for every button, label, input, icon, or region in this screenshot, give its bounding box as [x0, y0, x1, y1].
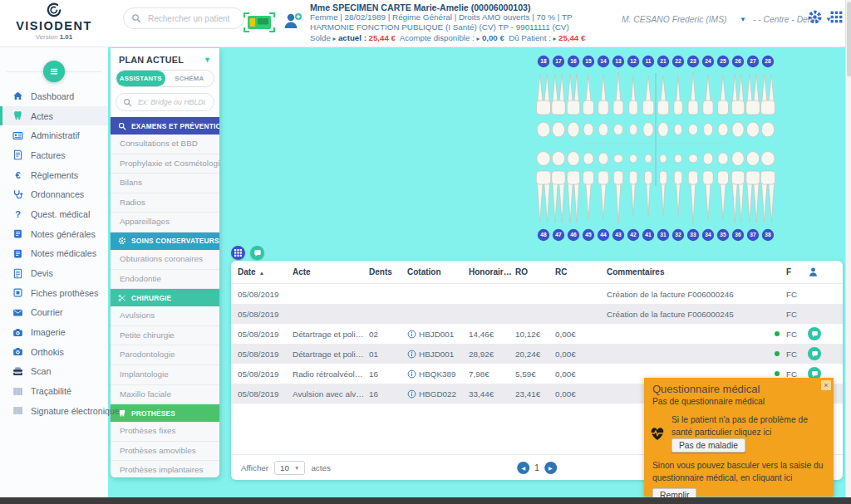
arrow-icon: ▸ [332, 35, 336, 42]
sidebar-item-factures[interactable]: Factures [0, 145, 108, 165]
patient-summary: Mme SPECIMEN CARTE Marie-Amelie (0000600… [310, 2, 605, 44]
col-commentaires[interactable]: Commentaires [607, 267, 775, 276]
col-honoraires[interactable]: Honoraires [469, 267, 515, 276]
settings-gear-icon[interactable] [807, 9, 823, 25]
svg-text:26: 26 [735, 58, 741, 64]
search-input[interactable] [146, 13, 236, 24]
cell-dents: 02 [369, 330, 407, 339]
col-f[interactable]: F [786, 267, 808, 276]
sidebar-item-notes-g-n-rales[interactable]: Notes générales [0, 224, 108, 244]
act-category-item[interactable]: Maxillo faciale [111, 385, 219, 405]
col-cotation[interactable]: Cotation [407, 267, 469, 276]
sidebar-item-courrier[interactable]: Courrier [0, 303, 108, 323]
svg-text:37: 37 [750, 232, 756, 237]
sidebar-item-imagerie[interactable]: Imagerie [0, 322, 108, 342]
du-patient-value: 25,44 € [558, 33, 585, 42]
note-icon [12, 248, 23, 259]
chevron-down-icon[interactable]: ▼ [204, 56, 211, 64]
pas-de-maladie-button[interactable]: Pas de maladie [671, 438, 745, 453]
svg-text:15: 15 [585, 58, 592, 64]
sidebar-item-quest-m-dical[interactable]: ?Quest. médical [0, 204, 108, 224]
patient-balance-line: Solde ▸ actuel : 25,44 € Acompte disponi… [310, 32, 605, 44]
act-category-item[interactable]: Endodontie [111, 270, 219, 290]
act-category-item[interactable]: Petite chirurgie [111, 326, 219, 346]
category-header-chirurgie[interactable]: CHIRURGIE [111, 289, 219, 306]
patient-search[interactable] [123, 7, 244, 29]
sidebar-item-notes-m-dicales[interactable]: Notes médicales [0, 244, 108, 264]
sidebar-item-tra-abilit-[interactable]: Traçabilité [0, 381, 108, 401]
act-category-item[interactable]: Prophylaxie et Cosmétologie [111, 154, 219, 174]
col-dents[interactable]: Dents [369, 267, 407, 276]
act-category-item[interactable]: Appareillages [111, 213, 219, 232]
comments-button[interactable] [250, 246, 264, 260]
cell-date: 05/08/2019 [238, 290, 293, 299]
act-category-item[interactable]: Obturations coronaires [111, 250, 219, 270]
sidebar-item-devis[interactable]: Devis [0, 263, 108, 283]
sidebar-item-dashboard[interactable]: Dashboard [0, 86, 108, 106]
category-header-soins-conservateurs[interactable]: SOINS CONSERVATEURS [111, 232, 219, 250]
act-category-item[interactable]: Prothèses fixes [111, 422, 219, 442]
prev-page-button[interactable]: ◀ [517, 462, 529, 474]
table-row[interactable]: 05/08/2019Création de la facture F006000… [231, 284, 843, 304]
doc-icon [12, 268, 23, 279]
category-header-examens-et-pr-vention[interactable]: EXAMENS ET PRÉVENTION [111, 117, 219, 135]
sidebar-item-fiches-proth-ses[interactable]: Fiches prothèses [0, 283, 108, 303]
col-acte[interactable]: Acte [293, 267, 369, 276]
cell-date: 05/08/2019 [238, 330, 293, 339]
logo-swirl-icon [46, 2, 62, 18]
table-row[interactable]: 05/08/2019Détartrage et polissage01HBJD0… [231, 344, 843, 364]
scrollbar[interactable] [845, 0, 851, 497]
collapse-menu-button[interactable] [43, 61, 65, 82]
table-row[interactable]: 05/08/2019Détartrage et polissage02HBJD0… [231, 324, 843, 344]
chat-icon [811, 370, 819, 378]
act-search-input[interactable] [136, 97, 207, 107]
cell-cotation: HBJD001 [407, 330, 469, 339]
tab-schema[interactable]: SCHÉMA [165, 71, 214, 86]
category-header-proth-ses[interactable]: PROTHÈSES [111, 404, 219, 422]
list-view-button[interactable] [231, 246, 245, 260]
act-category-item[interactable]: Avulsions [111, 306, 219, 326]
act-category-item[interactable]: Consultations et BBD [111, 135, 219, 154]
svg-text:22: 22 [675, 58, 681, 64]
sidebar-item-ordonnances[interactable]: Ordonnances [0, 184, 108, 204]
next-page-button[interactable]: ▶ [544, 462, 557, 474]
svg-text:14: 14 [600, 58, 607, 64]
act-category-item[interactable]: Radios [111, 193, 219, 213]
cell-commentaires: Création de la facture F006000245 [607, 310, 775, 319]
sidebar-item-scan[interactable]: Scan [0, 362, 108, 382]
col-ro[interactable]: RO [515, 267, 555, 276]
act-category-item[interactable]: Bilans [111, 174, 219, 193]
cell-rc: 0,00€ [555, 330, 607, 339]
user-dropdown[interactable]: M. CESANO Frederic (IMS) ▼ [622, 15, 746, 24]
sidebar-item-r-glements[interactable]: €Règlements [0, 165, 108, 185]
act-search[interactable] [116, 93, 214, 111]
act-category-item[interactable]: Prothèses implantaires [111, 461, 219, 477]
carte-vitale-icon[interactable] [243, 11, 276, 34]
sidebar-item-orthokis[interactable]: Orthokis [0, 342, 108, 362]
col-rc[interactable]: RC [555, 267, 607, 276]
camera-icon [12, 327, 23, 338]
act-category-item[interactable]: Prothèses amovibles [111, 442, 219, 462]
svg-text:38: 38 [765, 232, 771, 237]
page-size-select[interactable]: 10 ▼ [274, 461, 305, 475]
sidebar-item-actes[interactable]: Actes [0, 106, 108, 126]
cell-f: FC [786, 350, 808, 359]
dental-chart[interactable]: 1848174716461545144413431242114121312232… [528, 51, 779, 244]
row-comment-button[interactable] [808, 327, 821, 340]
table-row[interactable]: 05/08/2019Création de la facture F006000… [231, 304, 843, 324]
cell-rc: 0,00€ [555, 389, 607, 399]
scrollbar-thumb[interactable] [847, 2, 851, 76]
apps-grid-icon[interactable] [829, 10, 844, 24]
add-patient-icon[interactable] [283, 12, 303, 30]
act-category-item[interactable]: Implantologie [111, 365, 219, 385]
tab-assistants[interactable]: ASSISTANTS [116, 71, 165, 86]
col-date[interactable]: Date▲ [238, 267, 293, 276]
cell-chat [808, 347, 836, 360]
popup-text-2: Sinon vous pouvez basculer vers la saisi… [652, 460, 825, 484]
search-icon [118, 122, 126, 130]
act-category-item[interactable]: Parodontologie [111, 345, 219, 365]
row-comment-button[interactable] [808, 347, 821, 360]
sidebar-item-signature-lectronique[interactable]: Signature électronique [0, 401, 108, 421]
sidebar-item-administratif[interactable]: Administratif [0, 125, 108, 145]
close-icon[interactable]: × [821, 380, 831, 390]
